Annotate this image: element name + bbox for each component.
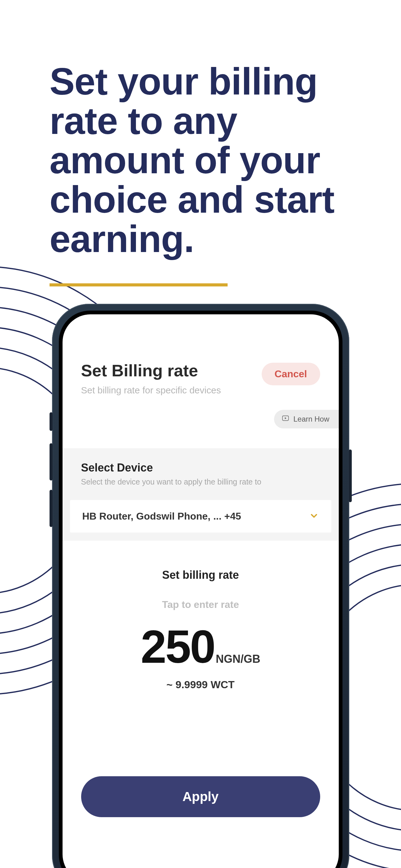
select-device-section: Select Device Select the device you want…	[63, 448, 339, 540]
play-icon	[281, 414, 290, 424]
learn-how-label: Learn How	[293, 415, 329, 424]
device-dropdown-value: HB Router, Godswil Phone, ... +45	[82, 510, 241, 522]
phone-mockup: Set Billing rate Set billing rate for sp…	[52, 304, 349, 868]
select-device-subtitle: Select the device you want to apply the …	[81, 477, 320, 486]
screen-title: Set Billing rate	[81, 361, 221, 380]
billing-rate-hint: Tap to enter rate	[81, 599, 320, 610]
billing-rate-unit: NGN/GB	[216, 653, 260, 665]
apply-button[interactable]: Apply	[81, 776, 320, 817]
billing-rate-value: 250	[141, 623, 214, 670]
phone-side-button	[49, 412, 53, 431]
phone-side-button	[49, 443, 53, 480]
page-headline: Set your billing rate to any amount of y…	[49, 62, 362, 258]
cancel-button[interactable]: Cancel	[262, 363, 320, 385]
device-dropdown[interactable]: HB Router, Godswil Phone, ... +45	[70, 500, 331, 533]
billing-rate-input[interactable]: 250 NGN/GB	[81, 623, 320, 670]
chevron-down-icon	[309, 511, 319, 522]
phone-side-button	[49, 490, 53, 527]
phone-side-button	[349, 450, 352, 502]
screen-subtitle: Set billing rate for specific devices	[81, 385, 221, 396]
headline-underline	[49, 283, 228, 286]
billing-rate-title: Set billing rate	[81, 568, 320, 582]
select-device-title: Select Device	[81, 461, 320, 474]
billing-rate-approx: ~ 9.9999 WCT	[81, 679, 320, 691]
billing-rate-section: Set billing rate Tap to enter rate 250 N…	[81, 568, 320, 691]
learn-how-button[interactable]: Learn How	[274, 410, 338, 428]
